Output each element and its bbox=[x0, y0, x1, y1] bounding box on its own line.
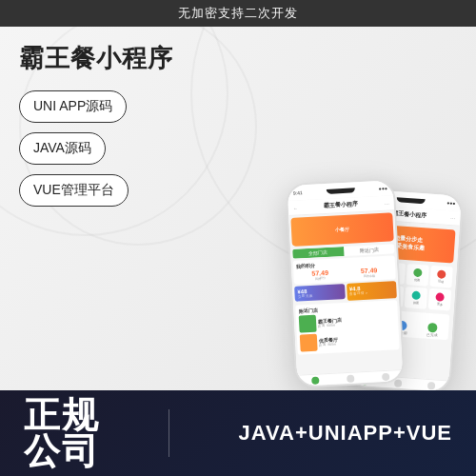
tab-active[interactable]: 全部门店 bbox=[292, 247, 344, 259]
tab-nearby[interactable]: 附近门店 bbox=[343, 244, 394, 256]
grid-item-3: 优惠 bbox=[406, 264, 428, 287]
top-banner: 无加密支持二次开发 bbox=[0, 0, 476, 27]
grid-item-8: 更多 bbox=[428, 288, 451, 311]
front-nav-home[interactable] bbox=[311, 376, 319, 384]
grid-icon-4 bbox=[437, 269, 446, 279]
main-area: 霸王餐小程序 UNI APP源码 JAVA源码 VUE管理平台 9:41 ●●●… bbox=[0, 27, 476, 390]
grid-item-7: 拼团 bbox=[405, 287, 427, 309]
score-item-2: 57.49 我的余额 bbox=[346, 266, 393, 279]
phone-back-notch bbox=[397, 197, 426, 204]
grid-icon-3 bbox=[413, 268, 423, 278]
front-nav-profile[interactable] bbox=[381, 372, 388, 380]
divider bbox=[169, 409, 169, 457]
bottom-left: 正规 公司 bbox=[24, 397, 100, 469]
phone-front-content: 小餐厅 全部门店 附近门店 我的积分 57.49 我的积分 bbox=[288, 210, 403, 375]
phone-front-title: 霸王餐小程序 bbox=[300, 199, 383, 212]
main-title: 霸王餐小程序 bbox=[19, 44, 200, 73]
nearby-list: 附近门店 霸王餐门店 距离 500m 优质餐厅 bbox=[295, 300, 400, 355]
top-banner-text: 无加密支持二次开发 bbox=[178, 6, 298, 20]
feature-tag-vue: VUE管理平台 bbox=[19, 174, 129, 207]
bottom-bar: 正规 公司 JAVA+UNIAPP+VUE bbox=[0, 390, 476, 476]
score-card: 我的积分 57.49 我的积分 57.49 我的余额 bbox=[293, 255, 396, 285]
phone-front-notch bbox=[327, 188, 355, 194]
feature-tag-java: JAVA源码 bbox=[19, 132, 106, 165]
phone-front-banner: 小餐厅 bbox=[290, 212, 393, 247]
price-card-2: ¥4.8 查看详情 > bbox=[347, 281, 397, 301]
bottom-right: JAVA+UNIAPP+VUE bbox=[239, 421, 452, 446]
feature-tags: UNI APP源码 JAVA源码 VUE管理平台 bbox=[19, 90, 200, 207]
nav-profile[interactable] bbox=[427, 381, 436, 389]
front-nav-order[interactable] bbox=[347, 374, 354, 382]
company-label: 正规 公司 bbox=[24, 397, 100, 469]
score-item-1: 57.49 我的积分 bbox=[296, 268, 344, 282]
left-section: 霸王餐小程序 UNI APP源码 JAVA源码 VUE管理平台 bbox=[0, 27, 200, 390]
phone-front: 9:41 ●●● ← 霸王餐小程序 ⋯ 小餐厅 全部门店 附近门店 bbox=[285, 178, 405, 388]
store-thumb-1 bbox=[299, 315, 317, 333]
grid-icon-8 bbox=[435, 292, 445, 302]
nav-order[interactable] bbox=[394, 379, 403, 387]
list-item-2[interactable]: 优质餐厅 距离 800m bbox=[300, 329, 397, 351]
feature-tag-uniapp: UNI APP源码 bbox=[19, 90, 127, 123]
phone-front-screen: 9:41 ●●● ← 霸王餐小程序 ⋯ 小餐厅 全部门店 附近门店 bbox=[288, 180, 404, 387]
grid-item-4: 活动 bbox=[429, 266, 452, 288]
phones-section: 9:41 ●●● ← 霸王餐小程序 ⋯ 能量分步走 享受美食乐趣 bbox=[200, 27, 476, 390]
price-card-1: ¥48 立即兑换 bbox=[294, 284, 345, 302]
store-thumb-2 bbox=[300, 334, 318, 352]
tech-stack: JAVA+UNIAPP+VUE bbox=[239, 421, 452, 446]
grid-icon-7 bbox=[411, 291, 421, 301]
